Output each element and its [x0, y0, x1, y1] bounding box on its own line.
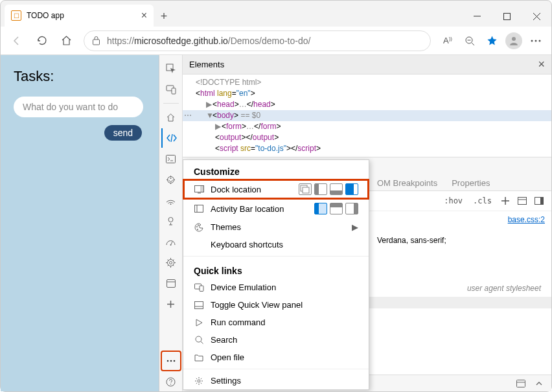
device-toggle-icon[interactable] [161, 80, 181, 99]
expand-quickview-icon[interactable] [533, 381, 545, 386]
new-tab-button[interactable]: + [154, 6, 174, 27]
window-maximize-icon[interactable] [492, 6, 522, 27]
dom-output[interactable]: <output></output> [183, 132, 551, 143]
svg-point-22 [170, 203, 172, 205]
computed-styles-icon[interactable] [515, 194, 529, 208]
more-tools-icon[interactable] [161, 294, 181, 314]
dom-script[interactable]: <script src="to-do.js"></script> [183, 143, 551, 154]
window-minimize-icon[interactable] [462, 6, 492, 27]
dock-location-row[interactable]: Dock location [183, 179, 369, 199]
svg-rect-48 [200, 185, 204, 192]
dock-undock-icon[interactable] [299, 183, 312, 195]
dock-right-icon[interactable] [345, 183, 358, 195]
nav-back-button[interactable] [6, 30, 28, 52]
device-icon [194, 283, 204, 292]
customize-section-header: Customize [183, 160, 369, 179]
svg-point-60 [196, 336, 201, 342]
browser-tab[interactable]: ☐ TODO app × [5, 5, 154, 27]
themes-label: Themes [211, 222, 345, 232]
svg-rect-57 [200, 286, 203, 292]
dock-location-label: Dock location [211, 185, 292, 194]
tab-title: TODO app [27, 11, 64, 20]
activity-bar-location-row[interactable]: Activity Bar location [183, 199, 369, 218]
keyboard-shortcuts-label: Keyboard shortcuts [211, 240, 358, 249]
content-area: Tasks: send [1, 55, 551, 391]
settings-row[interactable]: Settings [183, 372, 369, 389]
svg-point-10 [535, 40, 537, 41]
read-aloud-icon[interactable]: A)) [437, 30, 458, 51]
lighthouse-tool-icon[interactable] [161, 211, 181, 231]
svg-rect-51 [195, 205, 203, 213]
svg-point-9 [531, 40, 533, 41]
svg-rect-30 [167, 279, 175, 287]
nav-home-button[interactable] [55, 30, 77, 52]
dom-doctype: <!DOCTYPE html> [183, 77, 551, 88]
help-icon[interactable] [161, 372, 181, 391]
activitybar-left-icon[interactable] [314, 203, 327, 214]
dom-body-selected[interactable]: ▼<body> == $0 [183, 110, 551, 121]
dom-form[interactable]: ▶<form>…</form> [183, 121, 551, 132]
dom-head[interactable]: ▶<head>…</head> [183, 99, 551, 110]
devtools-close-icon[interactable]: × [538, 58, 545, 71]
memory-tool-icon[interactable] [161, 253, 181, 272]
url-input[interactable]: https://microsoftedge.github.io/Demos/de… [84, 30, 431, 51]
device-emulation-row[interactable]: Device Emulation [183, 279, 369, 296]
page-heading: Tasks: [14, 68, 146, 85]
window-close-icon[interactable] [522, 6, 551, 27]
inspect-tool-icon[interactable] [161, 59, 181, 78]
sources-tool-icon[interactable] [161, 170, 181, 189]
dom-html-open[interactable]: <html lang="en"> [183, 88, 551, 99]
console-tool-icon[interactable] [161, 149, 181, 168]
svg-point-53 [196, 226, 198, 227]
lock-icon [92, 36, 100, 45]
activitybar-top-icon[interactable] [330, 203, 343, 214]
url-text: https://microsoftedge.github.io/Demos/de… [107, 36, 310, 46]
welcome-tool-icon[interactable] [161, 108, 181, 127]
todo-input[interactable] [14, 97, 143, 117]
run-command-row[interactable]: Run command [183, 314, 369, 331]
devtools-main: Elements × <!DOCTYPE html> <html lang="e… [183, 55, 551, 391]
svg-point-27 [170, 244, 172, 246]
new-style-rule-icon[interactable] [498, 194, 512, 208]
open-file-row[interactable]: Open file [183, 349, 369, 366]
dock-left-icon[interactable] [314, 183, 327, 195]
zoom-icon[interactable] [459, 30, 480, 51]
tab-close-icon[interactable]: × [141, 10, 147, 21]
hov-toggle[interactable]: :hov [440, 195, 466, 207]
svg-point-29 [170, 261, 172, 264]
svg-point-8 [512, 37, 516, 41]
dock-bottom-icon[interactable] [330, 183, 343, 195]
play-icon [194, 319, 204, 327]
network-tool-icon[interactable] [161, 190, 181, 210]
activity-bar [159, 55, 183, 391]
nav-refresh-button[interactable] [30, 30, 52, 52]
customize-devtools-button[interactable] [161, 351, 181, 371]
dom-tree[interactable]: <!DOCTYPE html> <html lang="en"> ▶<head>… [183, 75, 551, 157]
subtab-dom-breakpoints[interactable]: OM Breakpoints [377, 178, 437, 188]
search-row[interactable]: Search [183, 331, 369, 349]
activitybar-icon [194, 205, 204, 213]
keyboard-shortcuts-row[interactable]: Keyboard shortcuts [183, 236, 369, 253]
svg-rect-1 [503, 13, 510, 19]
quicklinks-section-header: Quick links [183, 259, 369, 279]
folder-icon [194, 354, 204, 362]
search-icon [194, 336, 204, 344]
favorite-star-icon[interactable] [481, 30, 502, 51]
issues-icon[interactable] [514, 380, 528, 387]
stylesheet-link[interactable]: base.css:2 [508, 215, 545, 224]
elements-tool-icon[interactable] [161, 128, 181, 148]
subtab-properties[interactable]: Properties [452, 178, 490, 188]
toggle-quickview-row[interactable]: Toggle Quick View panel [183, 296, 369, 314]
profile-avatar[interactable] [503, 30, 524, 51]
cls-toggle[interactable]: .cls [469, 195, 496, 207]
application-tool-icon[interactable] [161, 273, 181, 293]
send-button[interactable]: send [104, 125, 142, 141]
browser-menu-icon[interactable] [525, 30, 546, 51]
themes-row[interactable]: Themes ▶ [183, 218, 369, 236]
activitybar-right-icon[interactable] [345, 203, 358, 214]
svg-point-35 [170, 360, 172, 362]
toggle-sidebar-icon[interactable] [532, 194, 546, 208]
dock-options [299, 183, 358, 195]
performance-tool-icon[interactable] [161, 232, 181, 251]
svg-rect-50 [303, 187, 309, 193]
